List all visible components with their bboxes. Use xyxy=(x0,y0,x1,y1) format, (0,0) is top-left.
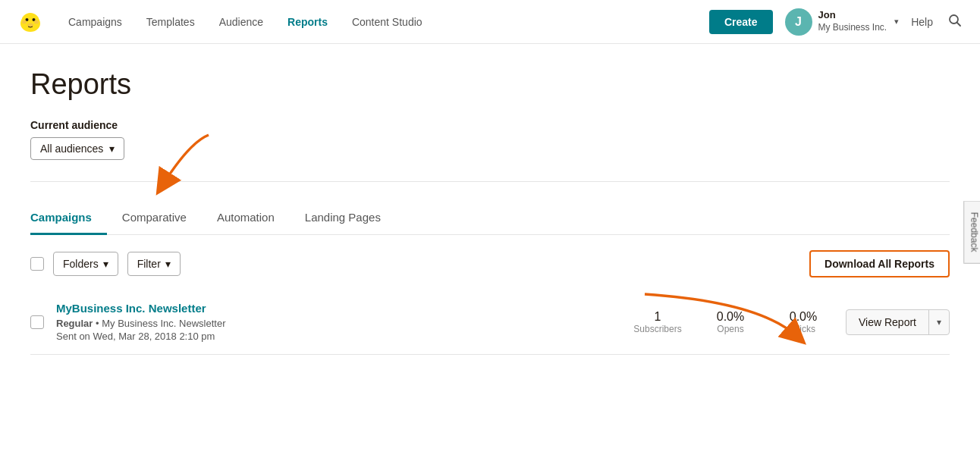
subscribers-value: 1 xyxy=(627,310,688,324)
navbar: Campaigns Templates Audience Reports Con… xyxy=(0,0,980,44)
feedback-label: Feedback xyxy=(969,212,980,252)
view-report-button[interactable]: View Report ▾ xyxy=(846,309,950,335)
campaign-sent: Sent on Wed, Mar 28, 2018 2:10 pm xyxy=(56,331,615,342)
campaign-name[interactable]: MyBusiness Inc. Newsletter xyxy=(56,302,615,315)
tab-campaigns[interactable]: Campaigns xyxy=(30,203,107,235)
svg-line-9 xyxy=(957,22,961,26)
tab-automation[interactable]: Automation xyxy=(202,203,290,235)
opens-label: Opens xyxy=(700,324,761,334)
toolbar: Folders ▾ Filter ▾ Download All Reports xyxy=(30,250,950,277)
nav-reports[interactable]: Reports xyxy=(277,10,338,34)
filter-dropdown[interactable]: Filter ▾ xyxy=(127,252,181,276)
svg-point-6 xyxy=(22,20,27,24)
create-button[interactable]: Create xyxy=(709,10,773,34)
clicks-label: Clicks xyxy=(773,324,834,334)
campaign-type: Regular xyxy=(56,318,93,329)
user-name: Jon xyxy=(818,9,887,22)
nav-content-studio[interactable]: Content Studio xyxy=(341,10,433,34)
campaign-row: MyBusiness Inc. Newsletter Regular • My … xyxy=(30,290,950,355)
filter-label: Filter xyxy=(137,258,161,270)
filter-chevron: ▾ xyxy=(165,258,171,270)
tab-landing-pages[interactable]: Landing Pages xyxy=(290,203,396,235)
user-org: My Business Inc. xyxy=(818,22,887,34)
nav-audience[interactable]: Audience xyxy=(209,10,274,34)
user-menu[interactable]: J Jon My Business Inc. ▾ xyxy=(785,8,900,36)
campaign-meta: Regular • My Business Inc. Newsletter xyxy=(56,318,615,329)
nav-campaigns[interactable]: Campaigns xyxy=(58,10,133,34)
sent-prefix: Sent xyxy=(56,331,77,342)
nav-right: Create J Jon My Business Inc. ▾ Help xyxy=(709,8,965,36)
view-report-chevron: ▾ xyxy=(929,311,949,334)
tab-comparative[interactable]: Comparative xyxy=(107,203,202,235)
folders-dropdown[interactable]: Folders ▾ xyxy=(53,252,118,276)
select-all-checkbox[interactable] xyxy=(30,257,44,271)
opens-stat: 0.0% Opens xyxy=(700,310,761,334)
feedback-tab[interactable]: Feedback xyxy=(964,201,980,264)
search-button[interactable] xyxy=(945,11,965,33)
clicks-stat: 0.0% Clicks xyxy=(773,310,834,334)
view-report-label: View Report xyxy=(847,310,929,334)
avatar: J xyxy=(785,8,812,36)
main-content: Reports Current audience All audiences ▾… xyxy=(0,44,980,379)
audience-section: Current audience All audiences ▾ xyxy=(30,119,950,160)
row-checkbox[interactable] xyxy=(30,315,44,329)
reports-tabs: Campaigns Comparative Automation Landing… xyxy=(30,203,950,235)
nav-templates[interactable]: Templates xyxy=(136,10,206,34)
page-title: Reports xyxy=(30,68,950,101)
user-menu-chevron: ▾ xyxy=(894,17,899,27)
audience-label: Current audience xyxy=(30,119,950,131)
audience-value: All audiences xyxy=(40,143,103,155)
user-info: Jon My Business Inc. xyxy=(818,9,887,33)
campaign-info: MyBusiness Inc. Newsletter Regular • My … xyxy=(56,302,615,342)
folders-label: Folders xyxy=(63,258,99,270)
opens-value: 0.0% xyxy=(700,310,761,324)
svg-point-7 xyxy=(34,20,39,24)
section-divider xyxy=(30,181,950,182)
subscribers-stat: 1 Subscribers xyxy=(627,310,688,334)
campaign-list: My Business Inc. Newsletter xyxy=(102,318,225,329)
help-link[interactable]: Help xyxy=(911,16,933,28)
toolbar-right: Download All Reports xyxy=(809,250,950,277)
clicks-value: 0.0% xyxy=(773,310,834,324)
subscribers-label: Subscribers xyxy=(627,324,688,334)
mailchimp-logo[interactable] xyxy=(15,7,46,37)
nav-links: Campaigns Templates Audience Reports Con… xyxy=(58,10,709,34)
sent-date: on Wed, Mar 28, 2018 2:10 pm xyxy=(79,331,215,342)
folders-chevron: ▾ xyxy=(103,258,108,270)
audience-dropdown[interactable]: All audiences ▾ xyxy=(30,137,124,160)
audience-chevron: ▾ xyxy=(109,143,115,155)
download-all-button[interactable]: Download All Reports xyxy=(809,250,950,277)
